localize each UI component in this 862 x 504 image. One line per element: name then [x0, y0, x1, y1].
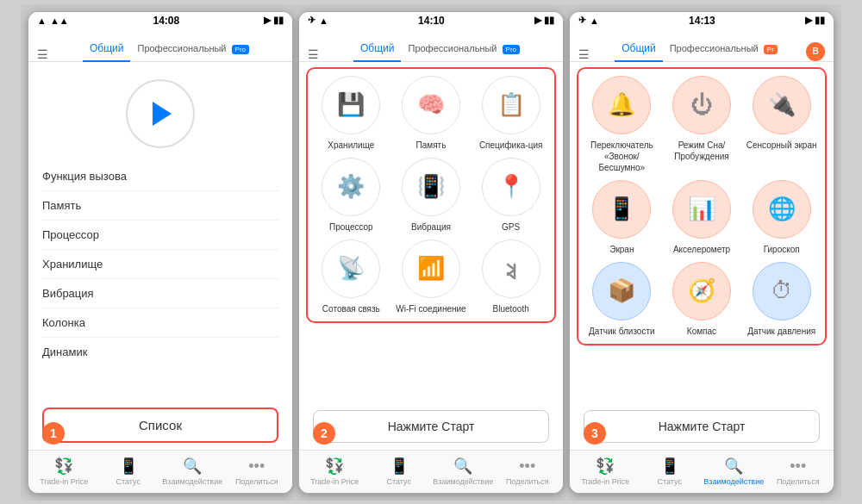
hamburger-icon-2[interactable]: ☰ [308, 47, 319, 61]
interact-label-2: Взаимодействие [433, 477, 493, 486]
start-button-3[interactable]: Нажмите Старт [584, 410, 820, 443]
cpu-icon-circle: ⚙️ [322, 158, 380, 216]
tab-professional-3[interactable]: Профессиональный Pr [663, 38, 784, 61]
screen-2: ✈ ▲ 14:10 ▶ ▮▮ ☰ Общий Профессиональный … [298, 11, 564, 494]
compass-icon-circle: 🧭 [672, 262, 731, 320]
touch-icon-circle: 🔌 [753, 76, 811, 134]
battery-icon-2: ▮▮ [544, 15, 554, 26]
vibration-icon-circle: 📳 [402, 158, 460, 216]
wifi-icon-2: ▲ [319, 16, 328, 26]
bottom-tab-tradein-1[interactable]: 💱 Trade-in Price [32, 457, 97, 486]
grid-item-accel[interactable]: 📊 Акселерометр [665, 180, 739, 255]
highlight-box-2: 💾 Хранилище 🧠 Память 📋 Специфика-ция [306, 67, 556, 323]
grid-item-memory[interactable]: 🧠 Память [395, 76, 468, 151]
prox-icon-circle: 📦 [592, 262, 651, 320]
bottom-tab-interact-1[interactable]: 🔍 Взаимодействие [160, 457, 225, 486]
grid-item-gyro[interactable]: 🌐 Гироскоп [745, 180, 818, 255]
grid-item-pressure[interactable]: ⏱ Датчик давления [745, 262, 818, 337]
list-item[interactable]: Память [42, 191, 278, 221]
tab-general-1[interactable]: Общий [83, 37, 131, 61]
screens-container: ▲ ▲▲ 14:08 ▶ ▮▮ ☰ Общий Профессиональный… [21, 4, 841, 501]
bottom-tab-tradein-3[interactable]: 💱 Trade-in Price [573, 457, 638, 486]
grid-item-prox[interactable]: 📦 Датчик близости [585, 262, 659, 337]
bottom-tab-tradein-2[interactable]: 💱 Trade-in Price [303, 457, 367, 486]
status-icon: 📱 [119, 457, 138, 476]
tradein-label-2: Trade-in Price [310, 477, 359, 486]
pro-badge-3: Pr [764, 45, 778, 54]
list-item[interactable]: Динамик [42, 338, 278, 366]
status-icon-3: 📱 [660, 457, 679, 476]
interact-label: Взаимодействие [162, 477, 222, 486]
bottom-tab-status-3[interactable]: 📱 Статус [638, 457, 703, 486]
list-item[interactable]: Колонка [42, 308, 278, 338]
start-btn-area-3: Нажмите Старт [570, 405, 834, 450]
tab-general-3[interactable]: Общий [615, 37, 663, 61]
grid-item-bluetooth[interactable]: Bluetooth [474, 240, 547, 314]
status-label-2: Статус [387, 477, 411, 486]
grid-item-storage[interactable]: 💾 Хранилище [315, 76, 388, 151]
hamburger-icon-3[interactable]: ☰ [578, 47, 590, 61]
bottom-tab-share-2[interactable]: ••• Поделиться [496, 457, 560, 486]
list-item[interactable]: Хранилище [42, 250, 278, 279]
cell-icon-circle: 📡 [322, 240, 380, 298]
interact-icon: 🔍 [183, 457, 202, 476]
grid-item-vibration[interactable]: 📳 Вибрация [395, 158, 468, 233]
list-item[interactable]: Функция вызова [42, 162, 278, 191]
grid-item-sleep[interactable]: ⏻ Режим Сна/Пробуждения [665, 76, 739, 173]
nav-tabs-3: ☰ Общий Профессиональный Pr B [570, 29, 834, 62]
grid-item-cell[interactable]: 📡 Сотовая связь [315, 240, 388, 314]
bottom-tab-share-1[interactable]: ••• Поделиться [225, 457, 290, 486]
grid-item-mute[interactable]: 🔔 Переключатель «Звонок/Бесшумно» [585, 76, 659, 173]
interact-icon-3: 🔍 [724, 457, 743, 476]
badge-1: 1 [42, 422, 65, 445]
grid-item-gps[interactable]: 📍 GPS [474, 158, 547, 233]
bottom-tabs-3: 💱 Trade-in Price 📱 Статус 🔍 Взаимодейств… [570, 450, 834, 493]
status-bar-1: ▲ ▲▲ 14:08 ▶ ▮▮ [28, 12, 292, 29]
play-button[interactable] [126, 79, 195, 148]
highlight-box-3: 🔔 Переключатель «Звонок/Бесшумно» ⏻ Режи… [577, 67, 827, 345]
grid-item-spec[interactable]: 📋 Специфика-ция [474, 76, 547, 151]
pressure-label: Датчик давления [747, 326, 815, 337]
hamburger-icon-1[interactable]: ☰ [37, 47, 48, 61]
bottom-tab-share-3[interactable]: ••• Поделиться [766, 457, 831, 486]
tab-group-2: Общий Профессиональный Pro [326, 37, 554, 60]
list-item[interactable]: Вибрация [42, 279, 278, 308]
gyro-icon-circle: 🌐 [753, 180, 811, 239]
tab-group-3: Общий Профессиональный Pr [597, 37, 803, 60]
nav-tabs-2: ☰ Общий Профессиональный Pro [299, 29, 563, 62]
tab-professional-1[interactable]: Профессиональный Pro [130, 38, 256, 61]
pressure-icon-circle: ⏱ [753, 262, 811, 320]
grid-item-wifi[interactable]: 📶 Wi-Fi соединение [395, 240, 468, 314]
wifi-icon-3: ▲ [590, 16, 599, 26]
interact-icon-2: 🔍 [453, 457, 472, 476]
start-button-2[interactable]: Нажмите Старт [313, 410, 549, 443]
tab-professional-2[interactable]: Профессиональный Pro [401, 38, 527, 61]
grid-item-touch[interactable]: 🔌 Сенсорный экран [745, 76, 818, 173]
bottom-tab-interact-3[interactable]: 🔍 Взаимодействие [702, 457, 766, 486]
status-bar-2: ✈ ▲ 14:10 ▶ ▮▮ [299, 12, 563, 29]
list-button[interactable]: Список [42, 408, 278, 443]
pro-badge-1: Pro [232, 45, 249, 54]
wifi-icon-circle: 📶 [402, 240, 460, 298]
storage-label: Хранилище [328, 140, 374, 151]
bottom-tab-status-2[interactable]: 📱 Статус [367, 457, 432, 486]
bottom-tab-status-1[interactable]: 📱 Статус [97, 457, 161, 486]
bottom-tab-interact-2[interactable]: 🔍 Взаимодействие [431, 457, 496, 486]
screen-3: ✈ ▲ 14:13 ▶ ▮▮ ☰ Общий Профессиональный … [569, 11, 834, 494]
time-2: 14:10 [418, 15, 445, 27]
play-icon [153, 102, 172, 126]
grid-item-screen[interactable]: 📱 Экран [585, 180, 659, 255]
status-left-1: ▲ ▲▲ [37, 16, 69, 26]
wifi-label: Wi-Fi соединение [396, 303, 465, 314]
battery-icon: ▮▮ [273, 15, 284, 26]
status-left-3: ✈ ▲ [578, 15, 599, 26]
bottom-tabs-2: 💱 Trade-in Price 📱 Статус 🔍 Взаимодейств… [299, 450, 563, 493]
list-item[interactable]: Процессор [42, 221, 278, 250]
status-label: Статус [116, 477, 141, 486]
play-container [28, 62, 292, 162]
grid-item-cpu[interactable]: ⚙️ Процессор [315, 158, 388, 233]
grid-item-compass[interactable]: 🧭 Компас [665, 262, 739, 337]
user-avatar[interactable]: B [806, 42, 825, 61]
share-label: Поделиться [235, 477, 278, 486]
tab-general-2[interactable]: Общий [353, 37, 402, 61]
